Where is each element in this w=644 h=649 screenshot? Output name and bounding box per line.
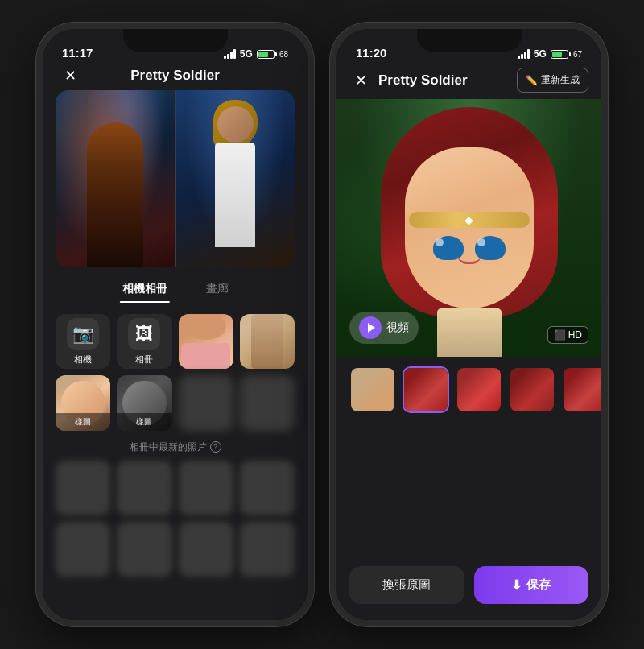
status-bar-right: 11:20 5G 67 — [336, 29, 601, 64]
hint-container: 相冊中最新的照片 ? — [56, 437, 295, 461]
regen-button[interactable]: ✏️ 重新生成 — [517, 68, 588, 93]
tabs-container: 相機相冊 畫廊 — [43, 267, 308, 308]
camera-button[interactable]: 📷 相機 — [56, 314, 110, 369]
close-button-left[interactable]: ✕ — [59, 64, 81, 87]
anime-body — [215, 143, 255, 247]
blurred-cell-1 — [56, 461, 110, 515]
grid-row-1: 📷 相機 🖼 相冊 — [56, 314, 295, 369]
status-time-left: 11:17 — [62, 46, 93, 60]
tab-camera-roll[interactable]: 相機相冊 — [103, 277, 187, 301]
close-button-right[interactable]: ✕ — [349, 69, 372, 92]
header-right: ✕ Pretty Soldier ✏️ 重新生成 — [336, 64, 601, 99]
battery-left: 68 — [257, 50, 288, 59]
camera-label: 相機 — [74, 353, 92, 366]
album-icon: 🖼 — [128, 318, 160, 350]
carrier-left: 5G — [240, 48, 253, 60]
regen-label: 重新生成 — [541, 73, 580, 87]
video-badge[interactable]: 視頻 — [349, 312, 419, 344]
main-anime-image: 視頻 ⬛ HD — [336, 99, 601, 357]
thumbnail-1[interactable] — [349, 366, 396, 413]
blurred-cell-7 — [179, 522, 233, 577]
blurred-cell-3 — [179, 461, 233, 515]
status-bar-left: 11:17 5G 68 — [43, 29, 308, 64]
album-button[interactable]: 🖼 相冊 — [117, 314, 171, 369]
photo-grid: 📷 相機 🖼 相冊 — [43, 308, 308, 620]
anime-mouth — [457, 254, 481, 264]
anime-body-lower — [437, 308, 502, 357]
thumbnail-3[interactable] — [456, 366, 502, 413]
blurred-row-2 — [56, 522, 295, 577]
camera-icon: 📷 — [67, 318, 99, 350]
hd-icon: ⬛ — [554, 329, 566, 341]
status-icons-left: 5G 68 — [224, 48, 288, 60]
hd-badge: ⬛ HD — [547, 326, 588, 344]
thumb-image-1 — [351, 368, 394, 411]
album-label: 相冊 — [135, 353, 153, 366]
blurred-cell-5 — [56, 522, 110, 577]
grid-row-2: 樣圖 樣圖 — [56, 375, 295, 430]
anime-head — [217, 106, 254, 143]
thumbnail-2[interactable] — [402, 366, 449, 413]
status-time-right: 11:20 — [356, 46, 386, 60]
thumbnail-4[interactable] — [509, 366, 555, 413]
blurred-cell-6 — [117, 522, 171, 577]
anime-headband — [409, 212, 530, 228]
original-person — [87, 122, 143, 267]
thumb-image-5 — [564, 368, 601, 411]
photo-animated — [176, 90, 295, 267]
thumb-image-4 — [510, 368, 554, 411]
battery-right: 67 — [551, 50, 582, 59]
thumb-image-3 — [457, 368, 501, 411]
header-title-right: Pretty Soldier — [378, 72, 510, 89]
blurred-cell-4 — [240, 461, 295, 515]
hd-label: HD — [568, 329, 582, 341]
photo-item-2[interactable] — [240, 314, 295, 369]
play-icon — [368, 323, 375, 333]
signal-icon-right — [518, 49, 530, 59]
video-label: 視頻 — [386, 320, 409, 335]
anime-face-oval — [405, 147, 534, 308]
signal-icon-left — [224, 49, 236, 59]
blurred-row-1 — [56, 461, 295, 515]
photo-split — [56, 90, 295, 267]
anime-person — [203, 106, 267, 267]
carrier-right: 5G — [534, 48, 547, 60]
face-item-2[interactable]: 樣圖 — [117, 375, 171, 430]
blurred-cell-2 — [117, 461, 171, 515]
blurred-cell-8 — [240, 522, 295, 577]
change-image-button[interactable]: 換張原圖 — [349, 566, 464, 604]
face-item-1[interactable]: 樣圖 — [56, 375, 110, 430]
play-button[interactable] — [359, 316, 382, 339]
thumbnail-5[interactable] — [562, 366, 601, 413]
thumb-image-2 — [404, 368, 448, 411]
help-icon: ? — [210, 441, 221, 453]
status-icons-right: 5G 67 — [518, 48, 582, 60]
photo-divider — [175, 90, 176, 267]
save-icon: ⬇ — [511, 577, 522, 593]
save-label: 保存 — [526, 577, 551, 593]
bottom-actions: 換張原圖 ⬇ 保存 — [336, 556, 601, 620]
anime-hair — [213, 100, 258, 148]
photo-item-1[interactable] — [179, 314, 233, 369]
tab-gallery[interactable]: 畫廊 — [187, 277, 248, 301]
header-title-left: Pretty Soldier — [130, 68, 220, 84]
phone-right: 11:20 5G 67 ✕ — [330, 23, 608, 626]
face-label-2: 樣圖 — [117, 413, 171, 431]
phone-left: 11:17 5G 68 ✕ — [36, 23, 314, 626]
blurred-item-1[interactable] — [179, 375, 233, 430]
photo-original — [56, 90, 175, 267]
save-button[interactable]: ⬇ 保存 — [474, 566, 589, 604]
face-label-1: 樣圖 — [56, 413, 110, 431]
thumbnail-strip — [336, 357, 601, 423]
header-left: ✕ Pretty Soldier — [43, 64, 308, 90]
hint-text: 相冊中最新的照片 — [130, 440, 207, 454]
blurred-item-2[interactable] — [240, 375, 295, 430]
regen-icon: ✏️ — [526, 75, 538, 86]
